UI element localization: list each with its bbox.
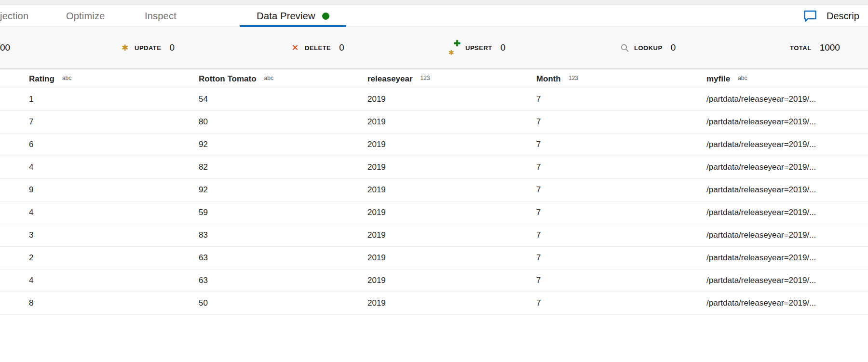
upsert-label: UPSERT — [465, 44, 492, 52]
column-name: releaseyear — [367, 74, 413, 84]
stat-insert-partial: 00 — [0, 27, 10, 68]
table-row: 78020197/partdata/releaseyear=2019/... — [0, 111, 868, 134]
table-cell: 7 — [536, 269, 541, 292]
table-body: 15420197/partdata/releaseyear=2019/...78… — [0, 88, 868, 315]
stat-total: TOTAL 1000 — [790, 27, 840, 68]
column-type-badge: abc — [62, 75, 71, 81]
table-cell: /partdata/releaseyear=2019/... — [706, 201, 816, 224]
table-cell: 82 — [199, 156, 208, 178]
table-cell: 2019 — [367, 292, 386, 314]
table-cell: 6 — [29, 134, 33, 156]
data-preview-status-dot-icon — [322, 13, 329, 20]
table-cell: 59 — [199, 201, 208, 224]
table-cell: 63 — [199, 247, 208, 269]
description-label: Descrip — [827, 11, 859, 22]
column-name: myfile — [706, 74, 730, 84]
table-cell: 80 — [199, 111, 208, 133]
table-row: 45920197/partdata/releaseyear=2019/... — [0, 201, 868, 224]
table-cell: 2019 — [367, 201, 386, 224]
table-cell: 7 — [536, 292, 541, 314]
description-button[interactable]: Descrip — [803, 5, 868, 27]
tab-data-preview[interactable]: Data Preview — [240, 5, 346, 27]
column-header-myfile[interactable]: myfileabc — [706, 69, 747, 88]
table-cell: 7 — [536, 224, 541, 246]
stat-upsert: ✱✚ UPSERT 0 — [448, 27, 505, 68]
table-row: 85020197/partdata/releaseyear=2019/... — [0, 292, 868, 315]
column-type-badge: 123 — [569, 75, 578, 81]
table-cell: 7 — [536, 179, 541, 201]
table-cell: /partdata/releaseyear=2019/... — [706, 247, 816, 269]
table-cell: 7 — [536, 134, 541, 156]
table-cell: 2019 — [367, 88, 386, 110]
table-cell: 7 — [536, 201, 541, 224]
table-row: 69220197/partdata/releaseyear=2019/... — [0, 134, 868, 156]
table-cell: /partdata/releaseyear=2019/... — [706, 292, 816, 314]
column-name: Month — [536, 74, 561, 84]
insert-count: 00 — [0, 42, 10, 53]
lookup-count: 0 — [671, 42, 676, 53]
table-cell: 2019 — [367, 111, 386, 133]
tab-bar: jection Optimize Inspect Data Preview De… — [0, 5, 868, 27]
stat-delete: ✕ DELETE 0 — [290, 27, 344, 68]
tab-inspect[interactable]: Inspect — [145, 5, 176, 27]
table-cell: /partdata/releaseyear=2019/... — [706, 156, 816, 178]
table-cell: 2019 — [367, 179, 386, 201]
table-cell: 7 — [536, 111, 541, 133]
table-row: 46320197/partdata/releaseyear=2019/... — [0, 269, 868, 292]
lookup-magnifier-icon — [619, 43, 630, 53]
column-header-rotton-tomato[interactable]: Rotton Tomatoabc — [199, 69, 273, 88]
column-header-month[interactable]: Month123 — [536, 69, 578, 88]
tab-projection-partial[interactable]: jection — [0, 5, 28, 27]
table-row: 38320197/partdata/releaseyear=2019/... — [0, 224, 868, 247]
table-cell: 92 — [199, 134, 208, 156]
table-cell: 7 — [536, 88, 541, 110]
column-type-badge: abc — [738, 75, 747, 81]
lookup-label: LOOKUP — [634, 44, 663, 52]
table-header-row: RatingabcRotton Tomatoabcreleaseyear123M… — [0, 69, 868, 88]
table-cell: 9 — [29, 179, 33, 201]
table-row: 26320197/partdata/releaseyear=2019/... — [0, 247, 868, 269]
table-cell: 7 — [29, 111, 33, 133]
table-cell: /partdata/releaseyear=2019/... — [706, 88, 816, 110]
stat-lookup: LOOKUP 0 — [619, 27, 676, 68]
column-header-rating[interactable]: Ratingabc — [29, 69, 71, 88]
delete-count: 0 — [339, 42, 344, 53]
upsert-asterisk-plus-icon: ✱✚ — [448, 40, 461, 55]
column-name: Rating — [29, 74, 54, 84]
table-cell: 1 — [29, 88, 33, 110]
table-row: 15420197/partdata/releaseyear=2019/... — [0, 88, 868, 111]
data-preview-table: RatingabcRotton Tomatoabcreleaseyear123M… — [0, 69, 868, 315]
column-type-badge: 123 — [420, 75, 430, 81]
table-cell: 63 — [199, 269, 208, 292]
table-cell: 2019 — [367, 269, 386, 292]
table-cell: /partdata/releaseyear=2019/... — [706, 134, 816, 156]
column-header-releaseyear[interactable]: releaseyear123 — [367, 69, 430, 88]
delete-label: DELETE — [305, 44, 331, 52]
update-label: UPDATE — [135, 44, 161, 52]
column-name: Rotton Tomato — [199, 74, 257, 84]
table-cell: 2019 — [367, 134, 386, 156]
stats-bar: 00 ✱ UPDATE 0 ✕ DELETE 0 ✱✚ UPSERT 0 LOO… — [0, 27, 868, 69]
column-type-badge: abc — [264, 75, 273, 81]
table-cell: 4 — [29, 156, 33, 178]
stat-update: ✱ UPDATE 0 — [120, 27, 175, 68]
table-cell: 2 — [29, 247, 33, 269]
table-cell: 50 — [199, 292, 208, 314]
table-cell: 7 — [536, 156, 541, 178]
total-count: 1000 — [820, 42, 840, 53]
table-cell: 2019 — [367, 156, 386, 178]
tab-optimize[interactable]: Optimize — [66, 5, 105, 27]
table-row: 48220197/partdata/releaseyear=2019/... — [0, 156, 868, 179]
table-cell: 83 — [199, 224, 208, 246]
table-cell: /partdata/releaseyear=2019/... — [706, 179, 816, 201]
tab-data-preview-label: Data Preview — [257, 11, 315, 22]
upsert-count: 0 — [501, 42, 506, 53]
table-cell: 92 — [199, 179, 208, 201]
table-cell: /partdata/releaseyear=2019/... — [706, 111, 816, 133]
table-cell: 2019 — [367, 247, 386, 269]
update-count: 0 — [169, 42, 175, 53]
table-cell: 3 — [29, 224, 33, 246]
delete-x-icon: ✕ — [290, 43, 300, 52]
total-label: TOTAL — [790, 44, 812, 52]
table-cell: 8 — [29, 292, 33, 314]
